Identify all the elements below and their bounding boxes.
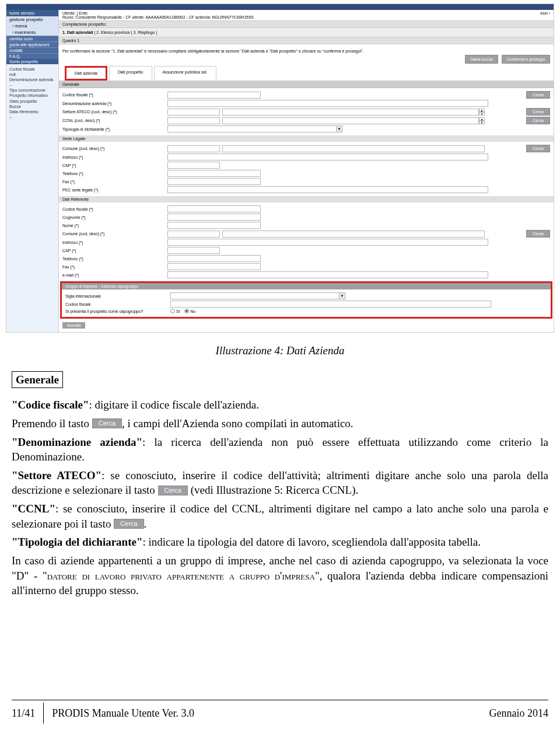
nav-guida[interactable]: guida alle applicazioni bbox=[6, 41, 58, 47]
cerca-inline-button-2: Cerca bbox=[158, 486, 188, 495]
label-cf: Codice fiscale (*) bbox=[62, 93, 167, 97]
steps-rest: | 2. Elenco province | 3. Riepilogo | bbox=[93, 30, 158, 34]
input-cf[interactable] bbox=[167, 92, 261, 99]
cerca-button-ateco[interactable]: Cerca bbox=[526, 108, 550, 116]
para-codice-fiscale: "Codice fiscale": digitare il codice fis… bbox=[12, 397, 548, 413]
para-premendo: Premendo il tasto Cerca, i campi dell'Az… bbox=[12, 416, 548, 431]
compilazione-bar: Compilazione prospetto: bbox=[59, 21, 554, 28]
input-comune-cod-sede[interactable] bbox=[167, 145, 220, 152]
quadro-bar: Quadro 1 bbox=[59, 37, 554, 44]
para-gruppo: In caso di aziende appartenenti a un gru… bbox=[12, 553, 548, 598]
cerca-button-comune-sede[interactable]: Cerca bbox=[526, 145, 550, 152]
nav-contatti[interactable]: contatti bbox=[6, 47, 58, 53]
chevron-down-icon-2[interactable]: ▼ bbox=[340, 292, 345, 299]
annulla-button[interactable]: Annulla bbox=[62, 322, 85, 329]
input-cap-ref[interactable] bbox=[167, 247, 220, 254]
section-generale: Generale bbox=[59, 81, 554, 88]
label-indirizzo-ref: Indirizzo (*) bbox=[62, 240, 167, 245]
input-pec-sede[interactable] bbox=[167, 186, 488, 193]
select-tipologia[interactable] bbox=[167, 125, 337, 132]
input-telefono-ref[interactable] bbox=[167, 255, 261, 262]
notice-text: Per confermare la sezione "1. Dati azien… bbox=[59, 44, 554, 66]
label-pec-sede: PEC sede legale (*) bbox=[62, 188, 167, 192]
notice-message: Per confermare la sezione "1. Dati azien… bbox=[62, 49, 364, 53]
figure-caption: Illustrazione 4: Dati Azienda bbox=[12, 343, 548, 358]
radio-no[interactable] bbox=[184, 309, 189, 313]
tab-dati-prospetto[interactable]: Dati prospetto bbox=[109, 66, 152, 81]
section-gruppi: Gruppi di imprese - Azienda capogruppo bbox=[62, 283, 551, 289]
input-indirizzo-sede[interactable] bbox=[167, 153, 488, 160]
label-capogruppo: Si presenta il prospetto come capogruppo… bbox=[65, 309, 170, 313]
section-sede: Sede Legale bbox=[59, 135, 554, 142]
input-cognome-ref[interactable] bbox=[167, 214, 261, 221]
input-cf2[interactable] bbox=[170, 301, 491, 308]
user-bar: Utente: | Ente: Ruolo: Consulente Respon… bbox=[59, 10, 554, 21]
nav-home[interactable]: home servizio bbox=[6, 10, 58, 16]
tab-assunzione[interactable]: Assunzione pubblica sel. bbox=[154, 66, 216, 81]
nav-faq[interactable]: F.A.Q. bbox=[6, 53, 58, 59]
input-comune-desc-ref[interactable] bbox=[222, 231, 485, 238]
label-fax-ref: Fax (*) bbox=[62, 265, 167, 269]
section-heading-generale: Generale bbox=[12, 371, 63, 389]
label-cf-ref: Codice fiscale (*) bbox=[62, 207, 167, 211]
input-nome-ref[interactable] bbox=[167, 222, 261, 229]
label-nome-ref: Nome (*) bbox=[62, 224, 167, 228]
input-email-ref[interactable] bbox=[167, 271, 488, 278]
cerca-button-cf[interactable]: Cerca bbox=[526, 91, 550, 99]
cerca-inline-button-3: Cerca bbox=[114, 519, 144, 529]
screenshot-app: home servizio gestione prospetto › ricer… bbox=[6, 4, 554, 333]
para-denominazione: "Denominazione azienda": la ricerca dell… bbox=[12, 435, 548, 465]
user-info: Utente: | Ente: Ruolo: Consulente Respon… bbox=[62, 11, 254, 19]
input-ccnl-cod[interactable] bbox=[167, 117, 220, 124]
input-ateco-cod[interactable] bbox=[167, 109, 220, 116]
input-telefono-sede[interactable] bbox=[167, 170, 261, 177]
para-ateco: "Settore ATECO": se conosciuto, inserire… bbox=[12, 468, 548, 498]
label-sigla: Sigla internazionale bbox=[65, 294, 170, 298]
step-active: 1. Dati aziendali bbox=[62, 30, 93, 34]
nav-gestione[interactable]: gestione prospetto bbox=[6, 16, 58, 23]
document-body: Illustrazione 4: Dati Azienda Generale "… bbox=[12, 343, 548, 598]
left-sidebar: home servizio gestione prospetto › ricer… bbox=[6, 10, 59, 332]
label-telefono-ref: Telefono (*) bbox=[62, 257, 167, 261]
radio-si-label: Si bbox=[176, 309, 180, 313]
nav-ricerca[interactable]: › ricerca bbox=[6, 23, 58, 29]
para-tipologia: "Tipologia del dichiarante": indicare la… bbox=[12, 535, 548, 550]
nav-cambia-ruolo[interactable]: cambia ruolo bbox=[6, 36, 58, 41]
label-fax-sede: Fax (*) bbox=[62, 180, 167, 184]
radio-si[interactable] bbox=[170, 309, 175, 313]
section-referente: Dati Referente bbox=[59, 196, 554, 203]
salva-bozza-button[interactable]: Salva bozza bbox=[465, 55, 498, 64]
cerca-button-ccnl[interactable]: Cerca bbox=[526, 117, 550, 124]
main-panel: Utente: | Ente: Ruolo: Consulente Respon… bbox=[59, 10, 554, 332]
cerca-button-comune-ref[interactable]: Cerca bbox=[526, 230, 550, 238]
input-fax-ref[interactable] bbox=[167, 263, 261, 270]
tab-dati-azienda[interactable]: Dati azienda bbox=[65, 66, 107, 81]
label-ateco: Settore ATECO (cod, desc) (*) bbox=[62, 110, 167, 114]
chevron-down-icon[interactable]: ▼ bbox=[337, 125, 342, 132]
input-ccnl-desc[interactable] bbox=[222, 117, 479, 124]
label-ccnl: CCNL (cod, desc) (*) bbox=[62, 118, 167, 123]
nav-sunto-head: Sunto prospetto bbox=[6, 59, 58, 64]
label-indirizzo-sede: Indirizzo (*) bbox=[62, 155, 167, 159]
select-sigla[interactable] bbox=[170, 292, 340, 299]
nav-inserimento[interactable]: › inserimento bbox=[6, 29, 58, 36]
label-telefono-sede: Telefono (*) bbox=[62, 172, 167, 176]
input-cf-ref[interactable] bbox=[167, 205, 261, 212]
conferma-prosegui-button[interactable]: Conferma e prosegui bbox=[502, 55, 550, 64]
input-comune-cod-ref[interactable] bbox=[167, 231, 220, 238]
label-denom: Denominazione azienda (*) bbox=[62, 102, 167, 106]
logout-link[interactable]: esci › bbox=[540, 11, 550, 19]
label-cap-sede: CAP (*) bbox=[62, 163, 167, 167]
label-cap-ref: CAP (*) bbox=[62, 249, 167, 253]
input-comune-desc-sede[interactable] bbox=[222, 145, 485, 152]
label-comune-ref: Comune (cod, desc) (*) bbox=[62, 232, 167, 236]
para-ccnl: "CCNL": se conosciuto, inserire il codic… bbox=[12, 501, 548, 531]
label-email-ref: e-mail (*) bbox=[62, 273, 167, 277]
input-indirizzo-ref[interactable] bbox=[167, 239, 488, 246]
steps-bar: 1. Dati aziendali | 2. Elenco province |… bbox=[59, 28, 554, 37]
input-cap-sede[interactable] bbox=[167, 162, 220, 169]
cerca-inline-button-1: Cerca bbox=[92, 418, 122, 428]
input-ateco-desc[interactable] bbox=[222, 109, 479, 116]
input-denom[interactable] bbox=[167, 100, 488, 107]
input-fax-sede[interactable] bbox=[167, 178, 261, 185]
